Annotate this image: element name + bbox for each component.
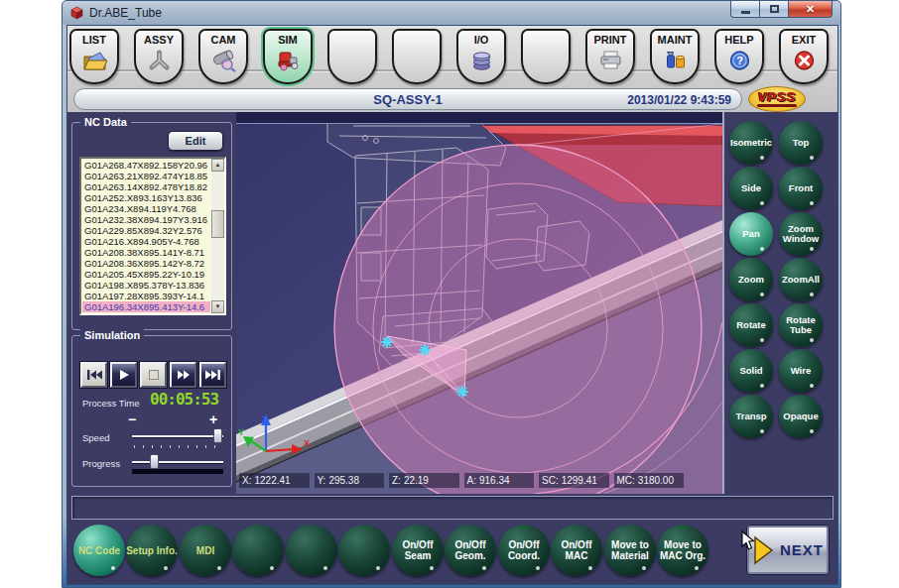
titlebar[interactable]: Dr.ABE_Tube ✕	[63, 1, 840, 25]
stop-button[interactable]	[140, 362, 167, 388]
folder-icon	[71, 49, 117, 72]
sim-icon	[265, 49, 311, 72]
view-button-zoom-window[interactable]: Zoom Window	[779, 212, 823, 256]
tab-label: EXIT	[781, 34, 827, 47]
coordinate-y: Y:295.38	[315, 473, 385, 488]
bottom-button-nc-code[interactable]: NC Code	[73, 525, 125, 576]
next-button[interactable]: NEXT	[746, 525, 830, 575]
skip-to-end-button[interactable]	[199, 362, 226, 388]
tab-print[interactable]: PRINT	[585, 29, 635, 84]
speed-decrease-icon[interactable]: −	[128, 412, 136, 427]
tab-cam[interactable]: CAM	[198, 29, 248, 84]
status-row: SQ-ASSY-1 2013/01/22 9:43:59 VPSS	[67, 86, 837, 112]
tab-help[interactable]: HELP ?	[714, 29, 764, 84]
view-button-solid[interactable]: Solid	[729, 349, 773, 393]
view-button-rotate-tube[interactable]: Rotate Tube	[779, 303, 823, 347]
bottom-button-empty-3[interactable]	[338, 525, 390, 576]
bottom-button-onoff-geom[interactable]: On/Off Geom.	[445, 525, 496, 576]
minimize-button[interactable]	[730, 1, 759, 18]
view-button-zoomall[interactable]: ZoomAll	[779, 258, 823, 301]
nc-line[interactable]: G01A234.X894.119Y4.768	[82, 203, 210, 214]
toolbar: LIST ASSY	[67, 26, 837, 112]
view-button-side[interactable]: Side	[729, 167, 773, 210]
window-body: LIST ASSY	[66, 25, 838, 585]
speed-label: Speed	[82, 432, 109, 443]
svg-text:Z: Z	[262, 414, 268, 424]
bottom-button-onoff-mac[interactable]: On/Off MAC	[551, 525, 602, 576]
tab-label: I/O	[458, 34, 504, 47]
tab-empty-3[interactable]	[521, 29, 571, 84]
fast-forward-button[interactable]	[170, 362, 196, 388]
bottom-button-move-to-material[interactable]: Move to Material	[604, 525, 656, 576]
tab-empty-1[interactable]	[327, 29, 377, 84]
nc-line[interactable]: G01A268.47X892.158Y20.96	[82, 160, 210, 171]
3d-scene: Z X Y	[236, 112, 722, 494]
nc-line[interactable]: G01A232.38X894.197Y3.916	[82, 214, 210, 225]
nc-line[interactable]: G01A197.28X895.393Y-14.1	[82, 291, 210, 301]
nc-code-list[interactable]: G01A268.47X892.158Y20.96 G01A263.21X892.…	[79, 157, 226, 315]
bottom-button-mdi[interactable]: MDI	[180, 525, 231, 576]
tab-maint[interactable]: MAINT	[650, 29, 700, 84]
skip-to-start-button[interactable]	[80, 362, 107, 388]
nc-line[interactable]: G01A208.36X895.142Y-8.72	[82, 258, 210, 269]
view-button-pan[interactable]: Pan	[729, 212, 773, 256]
maximize-button[interactable]	[759, 1, 788, 18]
tab-exit[interactable]: EXIT	[779, 29, 829, 84]
tab-assy[interactable]: ASSY	[134, 29, 184, 84]
nc-line[interactable]: G01A263.14X892.478Y18.82	[82, 181, 210, 192]
tab-label: PRINT	[587, 34, 633, 47]
nc-line[interactable]: G01A208.38X895.141Y-8.71	[82, 247, 210, 258]
nc-line[interactable]: G01A263.21X892.474Y18.85	[82, 171, 210, 181]
nc-scrollbar[interactable]: ▲ ▼	[211, 159, 224, 313]
scroll-down-icon[interactable]: ▼	[211, 300, 224, 313]
nc-line[interactable]: G01A216.X894.905Y-4.768	[82, 236, 210, 247]
view-button-opaque[interactable]: Opaque	[779, 395, 823, 438]
stop-icon	[148, 369, 160, 381]
nc-line[interactable]: G01A252.X893.163Y13.836	[82, 192, 210, 203]
tab-io[interactable]: I/O	[456, 29, 506, 84]
next-label: NEXT	[780, 541, 824, 558]
tab-label: LIST	[71, 34, 117, 47]
view-button-front[interactable]: Front	[779, 167, 823, 210]
view-button-rotate[interactable]: Rotate	[729, 303, 773, 347]
nc-line[interactable]: G01A196.34X895.413Y-14.6	[82, 301, 210, 312]
close-button[interactable]: ✕	[788, 1, 833, 18]
view-button-wire[interactable]: Wire	[779, 349, 823, 393]
app-icon	[69, 5, 84, 21]
view-button-isometric[interactable]: Isometric	[729, 121, 773, 165]
speed-slider-thumb[interactable]	[213, 428, 222, 443]
bottom-button-onoff-coord[interactable]: On/Off Coord.	[498, 525, 550, 576]
simulation-panel: Simulation	[71, 335, 232, 487]
view-controls-panel: Isometric Top Side Front Pan Zoom Window…	[724, 112, 837, 494]
window-controls: ✕	[730, 1, 833, 18]
nc-data-panel: NC Data Edit G01A268.47X892.158Y20.96 G0…	[71, 122, 232, 330]
bottom-button-empty-1[interactable]	[232, 525, 284, 576]
view-button-transp[interactable]: Transp	[729, 395, 773, 438]
tab-list[interactable]: LIST	[69, 29, 119, 84]
nc-line[interactable]: G01A198.X895.378Y-13.836	[82, 280, 210, 291]
tab-empty-2[interactable]	[392, 29, 442, 84]
play-button[interactable]	[110, 362, 137, 388]
svg-text:X: X	[304, 438, 310, 448]
view-button-top[interactable]: Top	[779, 121, 823, 165]
svg-text:?: ?	[736, 55, 743, 66]
viewport-top-band	[236, 112, 722, 123]
speed-slider[interactable]	[132, 435, 223, 437]
bottom-button-setup-info[interactable]: Setup Info.	[126, 525, 178, 576]
tab-sim[interactable]: SIM	[263, 29, 313, 84]
skip-to-start-icon	[85, 369, 102, 381]
scrollbar-thumb[interactable]	[211, 210, 224, 238]
vpss-logo-text: VPSS	[758, 91, 797, 103]
bottom-button-empty-2[interactable]	[286, 525, 337, 576]
bottom-button-onoff-seam[interactable]: On/Off Seam	[392, 525, 444, 576]
nc-line[interactable]: G01A205.45X895.22Y-10.19	[82, 269, 210, 280]
speed-increase-icon[interactable]: +	[209, 412, 217, 427]
edit-button[interactable]: Edit	[168, 131, 223, 151]
bottom-button-move-to-mac-org[interactable]: Move to MAC Org.	[657, 525, 708, 576]
progress-slider[interactable]	[132, 461, 223, 463]
nc-line[interactable]: G01A229.85X894.32Y2.576	[82, 225, 210, 236]
view-button-zoom[interactable]: Zoom	[729, 258, 773, 301]
scroll-up-icon[interactable]: ▲	[211, 159, 224, 172]
3d-viewport[interactable]: Z X Y X:1222.41 Y:295.38	[236, 112, 724, 494]
progress-slider-thumb[interactable]	[150, 454, 159, 469]
